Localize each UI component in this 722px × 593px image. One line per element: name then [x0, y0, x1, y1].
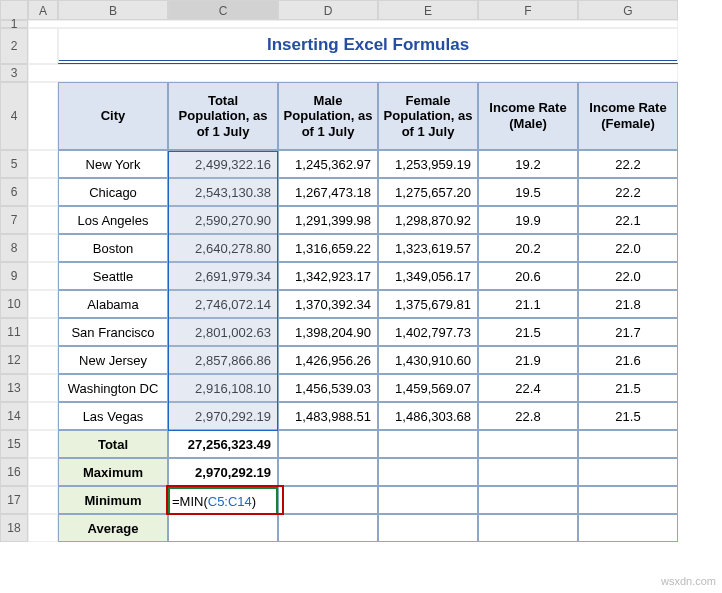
cell-rate-male[interactable]: 21.9 [478, 346, 578, 374]
cell-rate-female[interactable]: 22.1 [578, 206, 678, 234]
cell[interactable] [478, 458, 578, 486]
row-header-11[interactable]: 11 [0, 318, 28, 346]
cell[interactable] [378, 514, 478, 542]
cell-rate-male[interactable]: 21.1 [478, 290, 578, 318]
row-header-9[interactable]: 9 [0, 262, 28, 290]
row-header-6[interactable]: 6 [0, 178, 28, 206]
cell[interactable] [28, 262, 58, 290]
cell-female[interactable]: 1,349,056.17 [378, 262, 478, 290]
cell-female[interactable]: 1,486,303.68 [378, 402, 478, 430]
cell-female[interactable]: 1,402,797.73 [378, 318, 478, 346]
cell[interactable] [478, 486, 578, 514]
cell[interactable] [28, 346, 58, 374]
cell-male[interactable]: 1,456,539.03 [278, 374, 378, 402]
row-header-16[interactable]: 16 [0, 458, 28, 486]
cell[interactable] [28, 64, 678, 82]
cell-female[interactable]: 1,323,619.57 [378, 234, 478, 262]
cell-rate-female[interactable]: 21.5 [578, 374, 678, 402]
header-female[interactable]: Female Population, as of 1 July [378, 82, 478, 150]
cell[interactable] [28, 206, 58, 234]
row-header-10[interactable]: 10 [0, 290, 28, 318]
col-header-a[interactable]: A [28, 0, 58, 20]
row-header-12[interactable]: 12 [0, 346, 28, 374]
cell[interactable] [278, 486, 378, 514]
cell-total[interactable]: 2,916,108.10 [168, 374, 278, 402]
cell[interactable] [28, 28, 58, 64]
summary-label[interactable]: Minimum [58, 486, 168, 514]
row-header-13[interactable]: 13 [0, 374, 28, 402]
cell-female[interactable]: 1,430,910.60 [378, 346, 478, 374]
cell[interactable] [278, 458, 378, 486]
cell[interactable] [28, 402, 58, 430]
row-header-8[interactable]: 8 [0, 234, 28, 262]
cell-total[interactable]: 2,970,292.19 [168, 402, 278, 430]
col-header-f[interactable]: F [478, 0, 578, 20]
cell-rate-male[interactable]: 22.8 [478, 402, 578, 430]
cell[interactable] [28, 82, 58, 150]
summary-label[interactable]: Maximum [58, 458, 168, 486]
row-header-7[interactable]: 7 [0, 206, 28, 234]
cell-rate-female[interactable]: 22.2 [578, 150, 678, 178]
cell-rate-female[interactable]: 21.6 [578, 346, 678, 374]
cell[interactable] [28, 234, 58, 262]
cell[interactable] [28, 20, 678, 28]
cell-rate-male[interactable]: 20.2 [478, 234, 578, 262]
cell[interactable] [28, 458, 58, 486]
cell-female[interactable]: 1,459,569.07 [378, 374, 478, 402]
cell[interactable] [28, 514, 58, 542]
summary-label[interactable]: Total [58, 430, 168, 458]
cell-city[interactable]: San Francisco [58, 318, 168, 346]
cell[interactable] [28, 150, 58, 178]
row-header-18[interactable]: 18 [0, 514, 28, 542]
cell-female[interactable]: 1,253,959.19 [378, 150, 478, 178]
cell-rate-female[interactable]: 21.8 [578, 290, 678, 318]
cell[interactable] [28, 318, 58, 346]
summary-value[interactable]: 2,970,292.19 [168, 458, 278, 486]
col-header-g[interactable]: G [578, 0, 678, 20]
row-header-3[interactable]: 3 [0, 64, 28, 82]
cell[interactable] [28, 290, 58, 318]
cell-city[interactable]: New York [58, 150, 168, 178]
cell-total[interactable]: 2,543,130.38 [168, 178, 278, 206]
row-header-15[interactable]: 15 [0, 430, 28, 458]
cell-city[interactable]: Boston [58, 234, 168, 262]
cell[interactable] [378, 430, 478, 458]
header-total[interactable]: Total Population, as of 1 July [168, 82, 278, 150]
cell[interactable] [478, 430, 578, 458]
cell-total[interactable]: 2,640,278.80 [168, 234, 278, 262]
cell-male[interactable]: 1,316,659.22 [278, 234, 378, 262]
cell[interactable] [278, 430, 378, 458]
cell[interactable] [378, 458, 478, 486]
cell-city[interactable]: Las Vegas [58, 402, 168, 430]
cell-male[interactable]: 1,370,392.34 [278, 290, 378, 318]
cell-city[interactable]: Alabama [58, 290, 168, 318]
cell-female[interactable]: 1,375,679.81 [378, 290, 478, 318]
row-header-4[interactable]: 4 [0, 82, 28, 150]
cell-city[interactable]: Los Angeles [58, 206, 168, 234]
cell-rate-female[interactable]: 21.5 [578, 402, 678, 430]
spreadsheet-grid[interactable]: A B C D E F G 1 2 Inserting Excel Formul… [0, 0, 722, 542]
cell-rate-male[interactable]: 19.5 [478, 178, 578, 206]
row-header-1[interactable]: 1 [0, 20, 28, 28]
cell[interactable] [478, 514, 578, 542]
cell-male[interactable]: 1,483,988.51 [278, 402, 378, 430]
cell-rate-male[interactable]: 21.5 [478, 318, 578, 346]
cell[interactable] [278, 514, 378, 542]
header-rate-male[interactable]: Income Rate (Male) [478, 82, 578, 150]
cell[interactable] [28, 486, 58, 514]
cell-rate-male[interactable]: 22.4 [478, 374, 578, 402]
row-header-5[interactable]: 5 [0, 150, 28, 178]
cell[interactable] [578, 430, 678, 458]
cell-male[interactable]: 1,398,204.90 [278, 318, 378, 346]
cell-male[interactable]: 1,426,956.26 [278, 346, 378, 374]
cell[interactable] [28, 374, 58, 402]
cell-rate-male[interactable]: 20.6 [478, 262, 578, 290]
col-header-d[interactable]: D [278, 0, 378, 20]
summary-value[interactable]: 27,256,323.49 [168, 430, 278, 458]
cell[interactable] [28, 178, 58, 206]
cell-total[interactable]: 2,857,866.86 [168, 346, 278, 374]
cell-male[interactable]: 1,342,923.17 [278, 262, 378, 290]
header-rate-female[interactable]: Income Rate (Female) [578, 82, 678, 150]
cell-city[interactable]: Washington DC [58, 374, 168, 402]
summary-value[interactable] [168, 514, 278, 542]
